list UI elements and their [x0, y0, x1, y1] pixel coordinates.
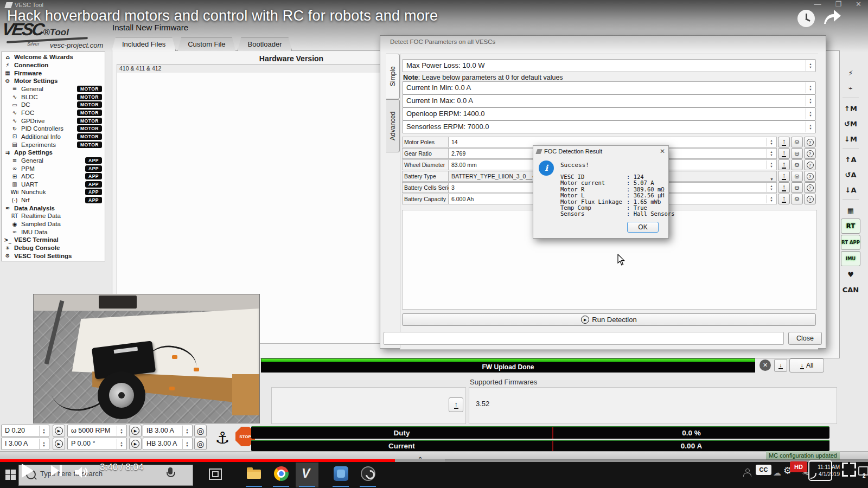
sidebar-item[interactable]: ∞ PPM APP	[2, 164, 105, 172]
microphone-icon[interactable]	[168, 467, 173, 474]
spinner-arrows-icon[interactable]: ▲▼	[767, 195, 776, 203]
spinner-arrows-icon[interactable]: ▲▼	[182, 426, 192, 436]
tab-bootloader[interactable]: Bootloader	[238, 37, 292, 51]
file-explorer-icon[interactable]	[247, 466, 261, 481]
divider[interactable]	[843, 200, 859, 201]
sidebar-item[interactable]: RT Realtime Data	[2, 212, 105, 220]
sidebar-item[interactable]: ◉ Sampled Data	[2, 220, 105, 228]
task-view-icon[interactable]	[209, 468, 222, 480]
run-current-button[interactable]: ▶	[53, 438, 65, 450]
spinner-arrows-icon[interactable]: ▲▼	[39, 439, 48, 449]
read-param-button[interactable]: ⛁	[791, 171, 803, 182]
sidebar-item[interactable]: ▭ DC MOTOR	[2, 101, 105, 109]
close-dialog-button[interactable]: Close	[788, 332, 822, 345]
cast-icon[interactable]	[808, 460, 832, 481]
firmware-version-item[interactable]: 3.52	[476, 400, 489, 408]
speed-setpoint-input[interactable]: ω 5000 RPM▲▼	[67, 425, 127, 437]
sidebar-item[interactable]: ⚡ Connection	[2, 61, 105, 69]
sensorless-erpm-input[interactable]: Sensorless ERPM: 7000.0 ▲▼	[402, 120, 816, 133]
plug-disconnect-icon[interactable]: ⌁	[841, 81, 860, 95]
write-param-button[interactable]: ↑	[778, 137, 790, 147]
run-position-button[interactable]: ▶	[129, 438, 142, 450]
param-help-button[interactable]: ?	[804, 194, 816, 204]
spinner-arrows-icon[interactable]: ▲▼	[182, 439, 192, 449]
spinner-arrows-icon[interactable]: ▲▼	[767, 160, 776, 169]
minimize-icon[interactable]: —	[814, 0, 821, 8]
sidebar-item[interactable]: ▦ Firmware	[2, 69, 105, 77]
video-progress-played[interactable]	[0, 459, 395, 462]
sidebar-item[interactable]: ∿ GPDrive MOTOR	[2, 117, 105, 125]
write-motor-config-icon[interactable]: ↑M	[841, 101, 860, 115]
brake-loop-button[interactable]: ◎	[194, 425, 207, 437]
spinner-arrows-icon[interactable]: ▲▼	[767, 138, 776, 146]
ok-button[interactable]: OK	[627, 222, 659, 233]
param-help-button[interactable]: ?	[804, 148, 816, 159]
upload-fw-button[interactable]: ↑	[449, 397, 463, 412]
blue-app-icon[interactable]	[334, 466, 348, 481]
read-param-button[interactable]: ⛁	[791, 182, 803, 193]
current-in-min-input[interactable]: Current In Min: 0.0 A ▲▼	[402, 81, 816, 94]
divider[interactable]	[843, 149, 859, 150]
sidebar-item[interactable]: >_ VESC Terminal	[2, 236, 105, 244]
restore-icon[interactable]: ❐	[835, 0, 841, 8]
spinner-arrows-icon[interactable]: ▲▼	[767, 183, 776, 192]
onedrive-cloud-icon[interactable]: ☁	[773, 468, 781, 478]
sidebar-item[interactable]: ↻ PID Controllers MOTOR	[2, 125, 105, 133]
sidebar-item[interactable]: ▥ UART APP	[2, 181, 105, 189]
spinner-arrows-icon[interactable]: ▲▼	[39, 426, 48, 436]
people-tray-icon[interactable]	[743, 468, 751, 476]
cancel-upload-icon[interactable]: ✕	[760, 359, 771, 371]
max-power-loss-input[interactable]: Max Power Loss: 10.0 W ▲▼	[402, 59, 816, 72]
sidebar-item[interactable]: ⚙ Motor Settings	[2, 77, 105, 85]
watch-later-icon[interactable]	[797, 10, 815, 27]
sidebar-item[interactable]: ≈ Data Analysis	[2, 204, 105, 212]
spinner-arrows-icon[interactable]: ▲▼	[117, 439, 126, 449]
heart-icon[interactable]: ♥	[841, 267, 860, 281]
share-icon[interactable]	[822, 9, 842, 27]
read-motor-config-icon[interactable]: ↺M	[841, 117, 860, 131]
sidebar-item[interactable]: Wii Nunchuk APP	[2, 188, 105, 196]
sidebar-item[interactable]: ✳ Debug Console	[2, 244, 105, 252]
handbrake-current-input[interactable]: HB 3.00 A▲▼	[143, 438, 193, 450]
start-button[interactable]	[5, 470, 16, 480]
chevron-up-icon[interactable]: ⌃	[418, 456, 423, 463]
spinner-arrows-icon[interactable]: ▲▼	[767, 149, 776, 158]
tab-custom-file[interactable]: Custom File	[177, 37, 235, 51]
read-app-config-icon[interactable]: ↺A	[841, 168, 860, 182]
param-help-button[interactable]: ?	[804, 171, 816, 182]
sidebar-item[interactable]: ≈ IMU Data	[2, 228, 105, 236]
handbrake-anchor-button[interactable]: ⚓	[210, 425, 234, 451]
spinner-arrows-icon[interactable]: ▲▼	[806, 60, 815, 71]
tab-simple[interactable]: Simple	[386, 54, 400, 99]
chrome-icon[interactable]	[274, 466, 289, 481]
spinner-arrows-icon[interactable]: ▲▼	[117, 426, 126, 436]
spinner-arrows-icon[interactable]: ▲▼	[806, 95, 815, 106]
spinner-arrows-icon[interactable]: ▲▼	[806, 82, 815, 93]
can-icon[interactable]: CAN	[841, 282, 860, 297]
sidebar-item[interactable]: ⚙ VESC Tool Settings	[2, 252, 105, 260]
run-detection-button[interactable]: ▶ Run Detection	[402, 313, 816, 326]
sidebar-item[interactable]: ⊞ ADC APP	[2, 172, 105, 181]
fullscreen-icon[interactable]	[842, 463, 856, 477]
current-in-max-input[interactable]: Current In Max: 0.0 A ▲▼	[402, 94, 816, 107]
hd-quality-badge[interactable]: HD	[790, 461, 807, 472]
sidebar-item[interactable]: ⊡ Additional Info MOTOR	[2, 133, 105, 141]
read-param-button[interactable]: ⛁	[791, 159, 803, 170]
brake-current-input[interactable]: IB 3.00 A▲▼	[143, 425, 193, 437]
run-speed-button[interactable]: ▶	[129, 425, 142, 437]
plug-connect-icon[interactable]: ⚡	[841, 66, 860, 80]
tab-included-files[interactable]: Included Files	[112, 37, 176, 51]
download-all-button[interactable]: ↓ All	[789, 358, 824, 373]
close-window-icon[interactable]: ✕	[856, 0, 861, 8]
run-duty-button[interactable]: ▶	[53, 425, 65, 437]
position-setpoint-input[interactable]: P 0.00 °▲▼	[67, 438, 127, 450]
sidebar-item[interactable]: (·) Nrf APP	[2, 196, 105, 204]
vesc-tool-icon[interactable]: V	[302, 466, 310, 481]
obs-icon[interactable]	[361, 466, 375, 481]
download-fw-button[interactable]: ↓	[774, 359, 787, 372]
imu-data-icon[interactable]: IMU	[841, 251, 860, 266]
handbrake-loop-button[interactable]: ◎	[194, 438, 207, 450]
spinner-arrows-icon[interactable]: ▲▼	[806, 121, 815, 132]
rt-app-data-icon[interactable]: RT APP	[841, 235, 860, 250]
current-setpoint-input[interactable]: I 3.00 A▲▼	[1, 438, 49, 450]
